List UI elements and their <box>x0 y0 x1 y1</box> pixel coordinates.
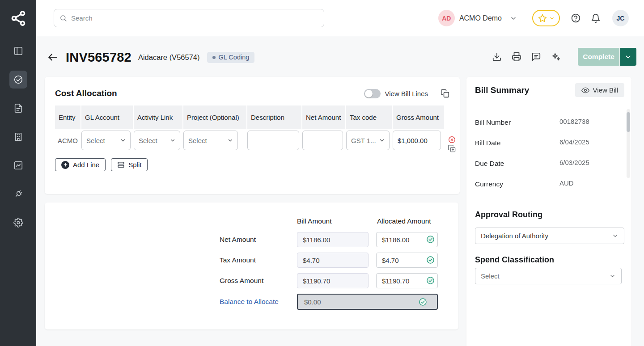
chevron-down-icon <box>549 16 555 21</box>
totals-card: Bill Amount Allocated Amount Net Amount … <box>45 203 458 329</box>
copy-allocation-button[interactable] <box>441 89 449 98</box>
sidebar-item-dashboard[interactable] <box>9 42 27 60</box>
sidebar-item-reports[interactable] <box>9 156 27 174</box>
cost-allocation-header: Cost Allocation View Bill Lines <box>45 77 460 98</box>
remove-line-button[interactable] <box>448 136 456 143</box>
sidebar-nav <box>0 36 36 232</box>
building-icon <box>13 132 23 142</box>
sidebar-item-documents[interactable] <box>9 99 27 117</box>
account-switcher[interactable]: AD ACMO Demo <box>438 10 517 26</box>
search-input[interactable] <box>71 14 318 22</box>
tax-code-select[interactable]: GST 1... <box>346 131 390 150</box>
sidebar-item-settings[interactable] <box>9 214 27 232</box>
chevron-down-icon <box>609 273 616 279</box>
complete-button-group: Complete <box>578 48 636 66</box>
sidebar-item-organisation[interactable] <box>9 128 27 146</box>
arrow-left-icon <box>47 51 59 63</box>
user-menu[interactable]: JC <box>612 10 629 26</box>
sidebar <box>0 0 36 346</box>
gross-amount-input[interactable] <box>393 131 441 150</box>
complete-button[interactable]: Complete <box>578 48 619 66</box>
cost-allocation-title: Cost Allocation <box>55 89 117 98</box>
app-logo[interactable] <box>0 0 36 36</box>
add-line-label: Add Line <box>73 161 99 169</box>
currency-label: Currency <box>475 180 503 188</box>
topbar-right: AD ACMO Demo JC <box>438 0 629 36</box>
check-circle-icon <box>426 276 435 285</box>
net-bill-amount-input[interactable] <box>297 232 369 247</box>
bill-summary-panel: Bill Summary View Bill Bill Number 00182… <box>466 77 631 346</box>
sidebar-item-integrations[interactable] <box>9 185 27 203</box>
back-button[interactable] <box>47 51 59 63</box>
tax-code-value: GST 1... <box>351 137 376 144</box>
gl-account-value: Select <box>86 137 105 144</box>
currency-row: Currency AUD <box>475 180 618 188</box>
split-button[interactable]: Split <box>111 158 148 171</box>
allocation-row: ACMO Select Select Select <box>55 129 449 152</box>
spend-classification-value: Select <box>481 272 500 280</box>
approval-routing-select[interactable]: Delegation of Authority <box>475 228 624 244</box>
summary-scrollbar[interactable] <box>627 109 630 178</box>
column-header-gl-account: GL Account <box>81 105 134 129</box>
approval-routing-title: Approval Routing <box>475 210 542 219</box>
gross-allocated-wrap <box>376 273 438 288</box>
check-circle-icon <box>426 256 435 264</box>
spend-classification-select[interactable]: Select <box>475 268 622 284</box>
net-allocated-wrap <box>376 232 438 247</box>
tax-amount-row: Tax Amount <box>220 253 438 268</box>
net-amount-row: Net Amount <box>220 232 438 247</box>
toggle-knob <box>365 90 373 97</box>
net-amount-input[interactable] <box>302 131 343 150</box>
help-button[interactable] <box>571 13 581 23</box>
summary-scrollbar-thumb[interactable] <box>627 112 630 132</box>
cost-allocation-controls: View Bill Lines <box>364 89 449 98</box>
download-button[interactable] <box>492 52 502 62</box>
document-icon <box>13 103 23 113</box>
plug-icon <box>13 189 23 199</box>
due-date-label: Due Date <box>475 160 504 167</box>
status-badge: GL Coding <box>207 52 255 63</box>
download-icon <box>492 52 502 62</box>
user-avatar: JC <box>612 10 629 26</box>
activity-link-select[interactable]: Select <box>134 131 180 150</box>
sparkle-icon <box>551 52 561 62</box>
chevron-down-icon <box>379 137 385 143</box>
account-name: ACMO Demo <box>459 14 502 22</box>
favorites-button[interactable] <box>532 10 560 26</box>
sidebar-item-approvals[interactable] <box>9 71 27 89</box>
invoice-toolbar: Complete <box>492 48 636 66</box>
gross-bill-amount-input[interactable] <box>297 273 369 288</box>
tax-bill-amount-input[interactable] <box>297 253 369 268</box>
topbar: AD ACMO Demo JC <box>36 0 644 36</box>
column-header-gross-amount: Gross Amount <box>393 105 444 129</box>
invoice-number: INV565782 <box>66 50 131 65</box>
complete-menu-button[interactable] <box>619 48 636 66</box>
allocation-table: Entity GL Account Activity Link Project … <box>55 105 449 152</box>
view-bill-button[interactable]: View Bill <box>575 83 624 97</box>
project-select[interactable]: Select <box>183 131 238 150</box>
balance-to-allocate-link[interactable]: Balance to Allocate <box>220 298 297 306</box>
logo-icon <box>10 10 27 27</box>
spend-classification-title: Spend Classification <box>475 255 554 265</box>
bill-summary-header: Bill Summary View Bill <box>466 77 631 97</box>
notifications-button[interactable] <box>591 13 601 23</box>
cost-allocation-card: Cost Allocation View Bill Lines Entity G… <box>45 77 460 194</box>
column-header-description: Description <box>247 105 302 129</box>
ai-assist-button[interactable] <box>551 52 561 62</box>
chevron-down-icon <box>227 137 233 143</box>
description-input[interactable] <box>247 131 299 150</box>
add-line-button[interactable]: Add Line <box>55 158 106 171</box>
approval-routing-value: Delegation of Authority <box>481 232 548 240</box>
view-bill-lines-toggle[interactable] <box>364 89 381 98</box>
balance-value: $0.00 <box>304 298 321 306</box>
bill-date-row: Bill Date 6/04/2025 <box>475 139 618 147</box>
duplicate-line-button[interactable] <box>448 145 456 152</box>
comments-button[interactable] <box>531 52 541 62</box>
gear-icon <box>13 218 23 228</box>
net-amount-label: Net Amount <box>220 236 297 244</box>
print-button[interactable] <box>512 52 521 62</box>
search-box <box>54 9 324 27</box>
chevron-down-icon <box>510 15 517 22</box>
gl-account-select[interactable]: Select <box>81 131 131 150</box>
printer-icon <box>512 52 521 62</box>
